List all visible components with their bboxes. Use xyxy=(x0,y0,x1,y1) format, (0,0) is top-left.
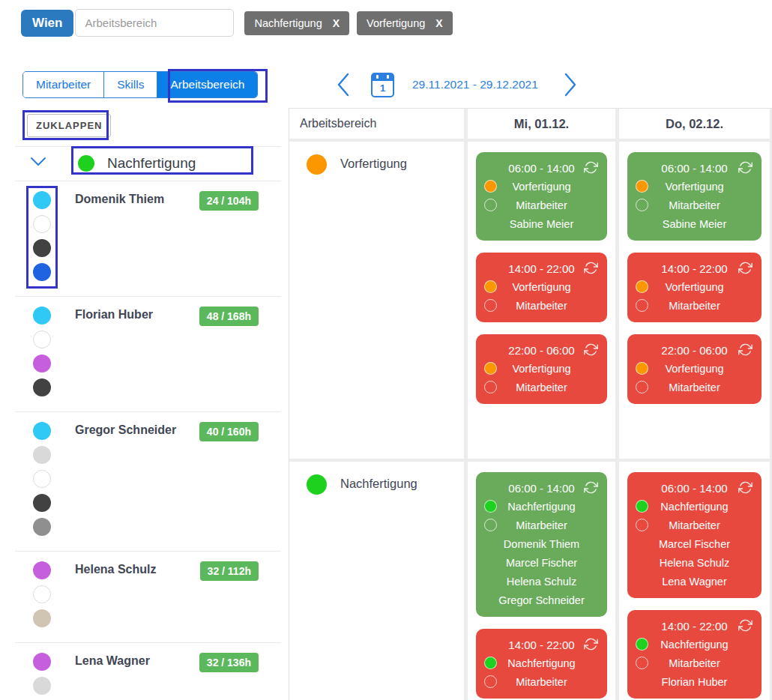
shift-role-label: Mitarbeiter xyxy=(483,516,600,535)
skill-dot xyxy=(33,215,51,233)
date-range-label: 29.11.2021 - 29.12.2021 xyxy=(412,78,538,91)
search-input[interactable] xyxy=(75,9,234,37)
filter-chip[interactable]: VorfertigungX xyxy=(357,11,453,35)
shift-time-row: 06:00 - 14:00 xyxy=(635,479,754,498)
employee-row[interactable]: Domenik Thiem24 / 104h xyxy=(0,181,289,287)
area-row-header: Vorfertigung xyxy=(289,142,464,459)
recurring-icon[interactable] xyxy=(584,160,598,180)
shift-employee-name: Helena Schulz xyxy=(635,554,754,573)
group-label-wrap[interactable]: Nachfertigung xyxy=(78,155,196,172)
shift-time: 22:00 - 06:00 xyxy=(508,344,574,357)
shift-employee-name: Gregor Schneider xyxy=(483,591,600,610)
column-header-day-1: Mi, 01.12. xyxy=(468,109,615,139)
recurring-icon[interactable] xyxy=(584,343,598,362)
skill-dot xyxy=(33,307,51,325)
chip-remove-button[interactable]: X xyxy=(435,17,442,29)
chevron-down-icon[interactable] xyxy=(30,157,46,170)
region-button[interactable]: Wien xyxy=(21,10,73,37)
area-label: Vorfertigung xyxy=(340,154,407,171)
area-color-dot xyxy=(636,362,648,375)
area-color-dot xyxy=(484,180,497,193)
shift-employee-name: Domenik Thiem xyxy=(483,535,600,554)
shift-time-row: 22:00 - 06:00 xyxy=(483,341,600,360)
shift-time: 22:00 - 06:00 xyxy=(661,344,727,357)
group-label: Nachfertigung xyxy=(107,155,196,172)
employee-row[interactable]: Lena Wagner32 / 136h xyxy=(0,643,289,700)
employee-hours-badge: 32 / 112h xyxy=(200,561,259,581)
shift-card[interactable]: 22:00 - 06:00VorfertigungMitarbeiter xyxy=(476,334,607,404)
shift-time: 06:00 - 14:00 xyxy=(508,162,574,175)
employee-name[interactable]: Domenik Thiem xyxy=(75,191,187,208)
day-cell: 06:00 - 14:00VorfertigungMitarbeiterSabi… xyxy=(468,142,615,459)
skill-dot xyxy=(33,677,51,695)
recurring-icon[interactable] xyxy=(738,343,753,362)
area-color-dot xyxy=(484,280,497,293)
calendar-icon-band xyxy=(372,73,393,81)
shift-card[interactable]: 06:00 - 14:00NachfertigungMitarbeiterMar… xyxy=(627,472,762,598)
shift-employee-name: Sabine Meier xyxy=(635,215,754,234)
recurring-icon[interactable] xyxy=(584,637,598,657)
recurring-icon[interactable] xyxy=(738,160,753,180)
employee-row[interactable]: Florian Huber48 / 168h xyxy=(0,297,289,402)
shift-card[interactable]: 22:00 - 06:00VorfertigungMitarbeiter xyxy=(627,334,762,404)
tab-arbeitsbereich[interactable]: Arbeitsbereich xyxy=(157,72,257,97)
area-row-header: Nachfertigung xyxy=(289,462,464,700)
shift-card[interactable]: 06:00 - 14:00VorfertigungMitarbeiterSabi… xyxy=(627,152,762,241)
recurring-icon[interactable] xyxy=(738,261,753,280)
employee-name[interactable]: Lena Wagner xyxy=(75,653,187,669)
shift-time: 06:00 - 14:00 xyxy=(661,482,727,495)
shift-role-label: Mitarbeiter xyxy=(635,378,754,397)
tab-mitarbeiter[interactable]: Mitarbeiter xyxy=(23,72,104,97)
skill-dot-column xyxy=(33,307,51,396)
shift-time: 14:00 - 22:00 xyxy=(508,262,574,275)
shift-time: 14:00 - 22:00 xyxy=(661,620,727,633)
recurring-icon[interactable] xyxy=(738,480,753,500)
area-color-dot xyxy=(484,500,497,513)
employee-name[interactable]: Helena Schulz xyxy=(75,561,187,578)
day-cell: 06:00 - 14:00NachfertigungMitarbeiterMar… xyxy=(619,462,770,700)
employee-row[interactable]: Helena Schulz32 / 112h xyxy=(0,552,289,633)
skill-dot xyxy=(33,446,51,464)
shift-card[interactable]: 14:00 - 22:00VorfertigungMitarbeiter xyxy=(476,253,607,322)
shift-role-label: Mitarbeiter xyxy=(483,297,600,316)
skill-dot xyxy=(33,263,51,281)
role-circle-icon xyxy=(484,299,497,312)
column-header-arbeitsbereich: Arbeitsbereich xyxy=(289,109,464,139)
skill-dot xyxy=(33,585,51,603)
recurring-icon[interactable] xyxy=(584,480,598,500)
role-circle-icon xyxy=(636,519,648,531)
shift-area-label: Vorfertigung xyxy=(635,360,754,378)
tab-skills[interactable]: Skills xyxy=(104,72,157,97)
next-period-button[interactable] xyxy=(561,71,580,98)
recurring-icon[interactable] xyxy=(584,261,598,280)
skill-dot xyxy=(33,191,51,209)
shift-card[interactable]: 06:00 - 14:00NachfertigungMitarbeiterDom… xyxy=(476,472,607,617)
role-circle-icon xyxy=(636,381,648,393)
recurring-icon[interactable] xyxy=(738,618,753,638)
shift-card[interactable]: 14:00 - 22:00NachfertigungMitarbeiter xyxy=(476,629,607,699)
filter-chips: NachfertigungXVorfertigungX xyxy=(244,11,452,35)
filter-chip[interactable]: NachfertigungX xyxy=(244,11,349,35)
skill-dot xyxy=(33,561,51,579)
skill-dot xyxy=(33,422,51,440)
shift-employee-name: Marcel Fischer xyxy=(483,554,600,573)
skill-dot xyxy=(33,354,51,372)
calendar-icon[interactable]: 1 xyxy=(371,73,394,97)
shift-area-label: Vorfertigung xyxy=(483,178,600,196)
shift-card[interactable]: 06:00 - 14:00VorfertigungMitarbeiterSabi… xyxy=(476,152,607,241)
role-circle-icon xyxy=(484,675,497,688)
employee-name[interactable]: Gregor Schneider xyxy=(75,422,187,438)
employee-row[interactable]: Gregor Schneider40 / 160h xyxy=(0,412,289,542)
collapse-button[interactable]: ZUKLAPPEN xyxy=(27,114,111,137)
shift-card[interactable]: 14:00 - 22:00NachfertigungMitarbeiterFlo… xyxy=(627,610,762,699)
group-header-row: Nachfertigung xyxy=(0,148,289,179)
shift-employee-name: Florian Huber xyxy=(635,673,754,692)
prev-period-button[interactable] xyxy=(334,71,353,98)
top-bar: Wien NachfertigungXVorfertigungX xyxy=(0,0,772,39)
filter-chip-label: Nachfertigung xyxy=(254,17,322,29)
shift-card[interactable]: 14:00 - 22:00VorfertigungMitarbeiter xyxy=(627,253,762,322)
skill-dot xyxy=(33,470,51,488)
role-circle-icon xyxy=(636,299,648,312)
chip-remove-button[interactable]: X xyxy=(333,17,340,29)
employee-name[interactable]: Florian Huber xyxy=(75,307,187,323)
